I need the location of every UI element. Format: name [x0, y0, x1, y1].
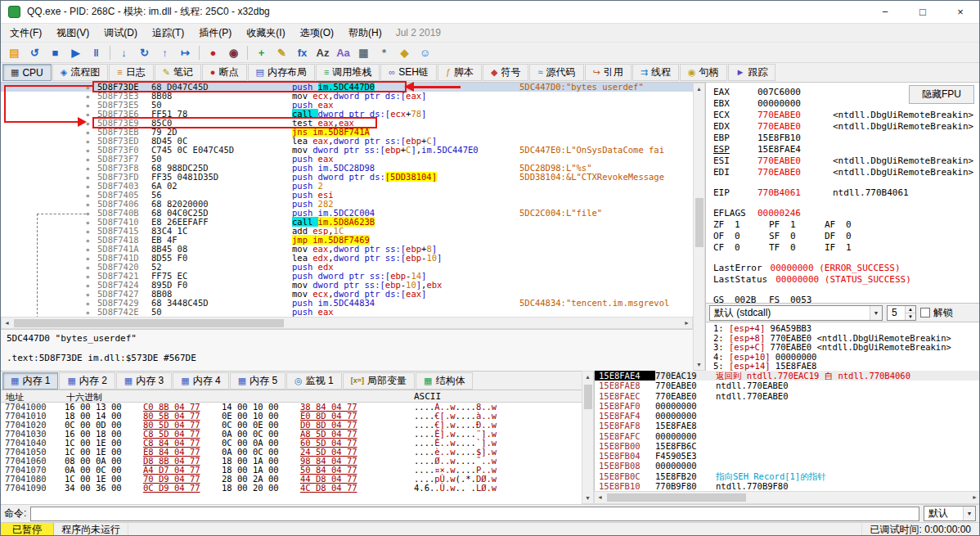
tab-局部变量[interactable]: [x=]局部变量	[343, 372, 415, 390]
stack-row[interactable]: 15E8FAF815E8FAE8	[595, 421, 980, 430]
run-to-cursor-button[interactable]: ↦	[176, 43, 195, 61]
highlighting-button[interactable]: Aa	[334, 43, 353, 61]
scroll-down-icon[interactable]: ▼	[582, 493, 593, 503]
breakpoint-dot-icon[interactable]: ●	[1, 254, 92, 263]
tab-句柄[interactable]: ◉句柄	[680, 64, 727, 81]
chevron-down-icon[interactable]: ▼	[870, 306, 882, 320]
scroll-down-icon[interactable]: ▼	[694, 359, 704, 370]
close-button[interactable]: ×	[942, 1, 979, 23]
breakpoint-dot-icon[interactable]: ●	[1, 308, 92, 317]
menu-item[interactable]: 视图(V)	[49, 24, 97, 43]
register-row[interactable]: LastError00000000 (ERROR_SUCCESS)	[706, 263, 980, 274]
menu-item[interactable]: 文件(F)	[2, 24, 49, 43]
step-out-button[interactable]: ↑	[155, 43, 174, 61]
breakpoint-dot-icon[interactable]: ●	[1, 236, 92, 245]
tab-脚本[interactable]: ƒ脚本	[438, 64, 482, 81]
menu-item[interactable]: 插件(P)	[191, 24, 239, 43]
register-row[interactable]: ZF1PF1AF0	[706, 219, 980, 231]
register-row[interactable]: ESP15E8FAE4	[706, 144, 980, 155]
breakpoint-dot-icon[interactable]: ●	[1, 263, 92, 272]
menu-item[interactable]: 选项(O)	[293, 24, 341, 43]
tab-内存布局[interactable]: ▤内存布局	[248, 64, 315, 81]
disasm-row[interactable]: ●5D8F742E50push eax	[1, 308, 693, 317]
register-row[interactable]: CF0TF0IF1	[706, 242, 980, 254]
breakpoint-dot-icon[interactable]: ●	[1, 146, 92, 155]
menu-item[interactable]: 调试(D)	[97, 24, 145, 43]
breakpoint-dot-icon[interactable]: ●	[1, 209, 92, 218]
breakpoint-dot-icon[interactable]: ●	[1, 155, 92, 164]
chevron-down-icon[interactable]: ▼	[963, 507, 975, 520]
disassembly-hscrollbar[interactable]: ◄ ►	[1, 317, 693, 329]
scroll-left-icon[interactable]: ◄	[595, 492, 605, 502]
tab-日志[interactable]: ≡日志	[109, 64, 153, 81]
menu-item[interactable]: 追踪(T)	[145, 24, 191, 43]
tab-CPU[interactable]: ▦CPU	[2, 64, 52, 81]
tab-跟踪[interactable]: ►跟踪	[728, 64, 776, 81]
step-over-button[interactable]: ↻	[135, 43, 154, 61]
pause-button[interactable]: ‖	[87, 43, 106, 61]
register-row[interactable]: GS002BFS0053	[706, 295, 980, 303]
run-button[interactable]: ▶	[66, 43, 85, 61]
text-encoding-button[interactable]: Az	[313, 43, 332, 61]
tab-调用堆栈[interactable]: ≡调用堆栈	[316, 64, 380, 81]
tab-流程图[interactable]: ◈流程图	[52, 64, 108, 81]
stack-row[interactable]: 15E8FAF400000000	[595, 411, 980, 421]
register-row[interactable]: ESI770EABE0<ntdll.DbgUiRemoteBreakin>	[706, 155, 980, 167]
stack-row[interactable]: 15E8FB04F45905E3	[595, 451, 980, 461]
step-into-button[interactable]: ↓	[115, 43, 133, 61]
scroll-thumb[interactable]	[584, 385, 592, 409]
open-file-button[interactable]: ▤	[5, 43, 24, 61]
breakpoint-dot-icon[interactable]: ●	[1, 200, 92, 209]
dump-vscrollbar[interactable]: ▲ ▼	[582, 371, 594, 504]
dump-rows[interactable]: 7704100016 00 13 00C0 8B 04 7714 00 10 0…	[1, 403, 582, 504]
tab-符号[interactable]: ◆符号	[483, 64, 528, 81]
stack-row[interactable]: 15E8FB0C15E8FB20指向SEH_Record[1]的指针	[595, 471, 980, 481]
tab-内存 1[interactable]: ▦内存 1	[2, 372, 58, 390]
patches-button[interactable]: +	[252, 43, 271, 61]
stack-row[interactable]: 15E8FB0015E8FB6C	[595, 441, 980, 451]
scroll-up-icon[interactable]: ▲	[694, 83, 704, 94]
breakpoint-dot-icon[interactable]: ●	[1, 164, 92, 173]
tab-源代码[interactable]: ≈源代码	[529, 64, 583, 81]
tab-结构体[interactable]: ▦结构体	[416, 372, 473, 390]
tab-笔记[interactable]: ✎笔记	[155, 64, 201, 81]
register-row[interactable]: EIP770B4061ntdll.770B4061	[706, 187, 980, 199]
stack-row[interactable]: 15E8FAE4770EAC19返回到 ntdll.770EAC19 自 ntd…	[595, 371, 980, 381]
stack-row[interactable]: 15E8FAE8770EABE0ntdll.770EABE0	[595, 381, 980, 390]
breakpoint-dot-icon[interactable]: ●	[1, 92, 92, 101]
tab-SEH链[interactable]: ∞SEH链	[380, 64, 437, 81]
functions-button[interactable]: fx	[293, 43, 312, 61]
stepper-up-icon[interactable]: ▲	[906, 306, 915, 313]
tab-内存 5[interactable]: ▦内存 5	[230, 372, 285, 390]
favourites-button[interactable]: ◆	[395, 43, 414, 61]
menu-item[interactable]: 收藏夹(I)	[239, 24, 292, 43]
callconv-args[interactable]: 1: [esp+4] 96A59BB32: [esp+8] 770EABE0 <…	[705, 322, 980, 371]
registers-pane[interactable]: 隐藏FPU EAX007C6000EBX00000000ECX770EABE0<…	[705, 83, 980, 303]
register-row[interactable]: OF0SF0DF0	[706, 231, 980, 242]
stepper-down-icon[interactable]: ▼	[906, 313, 915, 320]
breakpoint-dot-icon[interactable]: ●	[1, 137, 92, 146]
breakpoint-dot-icon[interactable]: ●	[1, 191, 92, 200]
stack-pane[interactable]: 15E8FAE4770EAC19返回到 ntdll.770EAC19 自 ntd…	[594, 371, 980, 491]
scroll-up-icon[interactable]: ▲	[582, 372, 593, 382]
register-row[interactable]: EDI770EABE0<ntdll.DbgUiRemoteBreakin>	[706, 167, 980, 178]
breakpoint-dot-icon[interactable]: ●	[1, 128, 92, 137]
breakpoint-dot-icon[interactable]: ●	[1, 173, 92, 182]
breakpoint-dot-icon[interactable]: ●	[1, 101, 92, 110]
tab-断点[interactable]: ●断点	[202, 64, 247, 81]
stack-row[interactable]: 15E8FAFC00000000	[595, 431, 980, 441]
stack-hscrollbar[interactable]: ◄ ►	[594, 491, 980, 504]
scroll-thumb[interactable]	[695, 198, 704, 247]
scroll-right-icon[interactable]: ►	[681, 318, 692, 328]
breakpoint-dot-icon[interactable]: ●	[1, 83, 92, 92]
register-row[interactable]: ECX770EABE0<ntdll.DbgUiRemoteBreakin>	[706, 110, 980, 121]
scroll-left-icon[interactable]: ◄	[2, 318, 12, 328]
hide-fpu-button[interactable]: 隐藏FPU	[909, 85, 974, 104]
maximize-button[interactable]: □	[904, 1, 942, 23]
breakpoint-dot-icon[interactable]: ●	[1, 245, 92, 254]
scroll-right-icon[interactable]: ►	[969, 492, 980, 502]
breakpoint-dot-icon[interactable]: ●	[1, 290, 92, 299]
tab-内存 3[interactable]: ▦内存 3	[116, 372, 172, 390]
unlock-checkbox[interactable]: 解锁	[920, 306, 953, 320]
scroll-thumb[interactable]	[607, 493, 746, 502]
